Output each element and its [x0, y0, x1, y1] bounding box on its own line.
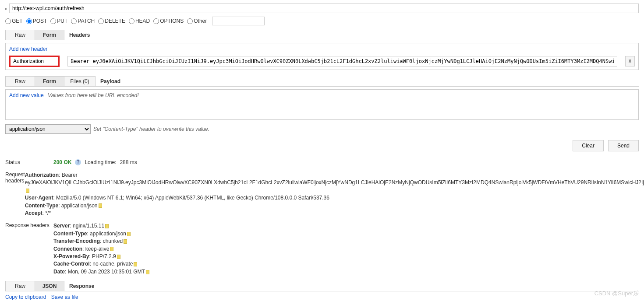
- headers-box: Add new header x: [5, 43, 639, 70]
- response-label: Response: [64, 281, 99, 291]
- method-patch[interactable]: PATCH: [71, 18, 95, 24]
- copy-icon[interactable]: [146, 270, 149, 274]
- tab-form-payload[interactable]: Form: [35, 76, 64, 86]
- remove-header-button[interactable]: x: [625, 56, 635, 66]
- method-post[interactable]: POST: [26, 18, 47, 24]
- copy-icon[interactable]: [105, 224, 109, 228]
- headers-label: Headers: [64, 30, 95, 40]
- tab-files-payload[interactable]: Files (0): [64, 76, 96, 86]
- request-headers-list: Authorization: Bearer eyJ0eXAiOiJKV1QiLC…: [25, 172, 644, 217]
- status-label: Status: [5, 159, 53, 165]
- tab-form-headers[interactable]: Form: [35, 30, 64, 40]
- header-value-input[interactable]: [67, 56, 617, 66]
- request-headers-label: Request headers: [5, 172, 25, 217]
- header-key-input[interactable]: [9, 56, 60, 67]
- response-headers-list: Server: nginx/1.15.11Content-Type: appli…: [53, 222, 639, 276]
- status-code: 200 OK: [53, 159, 71, 165]
- loading-time-value: 288 ms: [120, 159, 137, 165]
- copy-icon[interactable]: [110, 247, 113, 251]
- tab-raw-response[interactable]: Raw: [5, 281, 35, 291]
- copy-icon[interactable]: [117, 255, 120, 259]
- payload-box: Add new value Values from here will be U…: [5, 89, 639, 120]
- method-row: GET POST PUT PATCH DELETE HEAD OPTIONS O…: [5, 17, 639, 25]
- add-value-link[interactable]: Add new value: [9, 92, 44, 98]
- values-note: Values from here will be URL encoded!: [48, 92, 138, 98]
- send-button[interactable]: Send: [608, 140, 639, 151]
- copy-icon[interactable]: [124, 239, 127, 244]
- method-other-input[interactable]: [212, 17, 265, 25]
- tab-raw-headers[interactable]: Raw: [5, 30, 35, 40]
- tab-raw-payload[interactable]: Raw: [5, 76, 35, 86]
- tab-json-response[interactable]: JSON: [35, 281, 64, 291]
- method-get[interactable]: GET: [5, 18, 23, 24]
- method-other[interactable]: Other: [187, 18, 207, 24]
- collapse-icon[interactable]: ▸: [5, 6, 7, 11]
- response-headers-label: Response headers: [5, 222, 53, 276]
- content-type-select[interactable]: application/json: [5, 124, 91, 134]
- url-input[interactable]: [9, 4, 639, 13]
- payload-label: Payload: [95, 77, 126, 86]
- content-type-note: Set "Content-Type" header to overwrite t…: [93, 126, 209, 132]
- copy-icon[interactable]: [26, 189, 29, 193]
- method-put[interactable]: PUT: [50, 18, 67, 24]
- help-icon[interactable]: ?: [75, 159, 81, 165]
- save-file-link[interactable]: Save as file: [51, 294, 78, 300]
- clear-button[interactable]: Clear: [573, 140, 604, 151]
- copy-clipboard-link[interactable]: Copy to clipboard: [5, 294, 46, 300]
- copy-icon[interactable]: [127, 232, 131, 236]
- copy-icon[interactable]: [134, 262, 137, 266]
- add-header-link[interactable]: Add new header: [9, 46, 47, 52]
- loading-time-label: Loading time:: [85, 159, 116, 165]
- method-head[interactable]: HEAD: [129, 18, 150, 24]
- method-delete[interactable]: DELETE: [98, 18, 125, 24]
- copy-icon[interactable]: [99, 203, 102, 208]
- method-options[interactable]: OPTIONS: [153, 18, 184, 24]
